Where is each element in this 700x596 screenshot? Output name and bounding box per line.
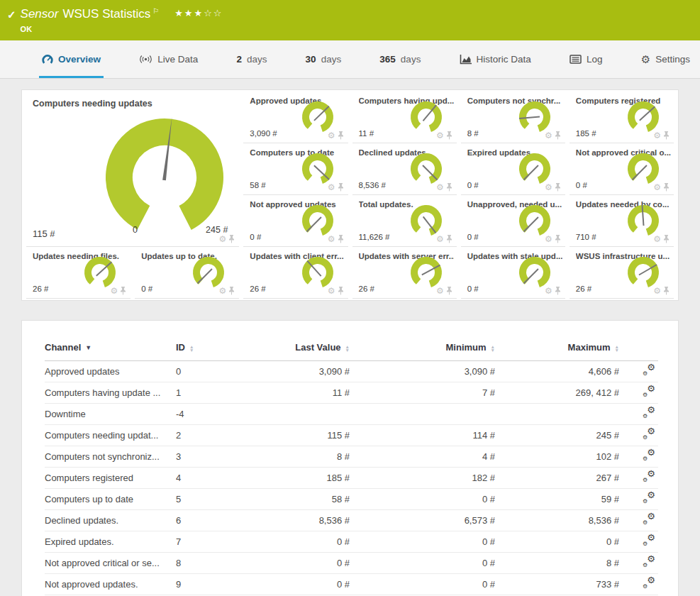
star-filled-icon[interactable]: ★ (174, 8, 184, 18)
gear-icon[interactable]: ⚙ (328, 235, 335, 243)
gear-icon[interactable]: ⚙ (653, 287, 661, 295)
column-header-maximum[interactable]: Maximum▲▼ (495, 336, 619, 361)
gear-icon[interactable]: ⚙ (545, 131, 552, 140)
column-header-label: ID (176, 342, 185, 353)
pin-icon[interactable] (338, 183, 344, 192)
primary-channel-gauge-cell[interactable]: Computers needing updates 0 245 # 115 # … (26, 92, 239, 247)
channel-gauge-cell[interactable]: Approved updates3,090 #⚙ (243, 92, 348, 143)
channel-gauge-cell[interactable]: Not approved critical o...0 #⚙ (570, 143, 674, 195)
pin-icon[interactable] (663, 235, 670, 243)
pin-icon[interactable] (446, 183, 452, 192)
channel-settings-gears-icon[interactable]: ⚙⚙ (643, 578, 655, 589)
table-row: Downtime-4⚙⚙ (45, 404, 658, 425)
gear-icon[interactable]: ⚙ (653, 183, 661, 192)
pin-icon[interactable] (446, 287, 452, 295)
tab-live-data[interactable]: Live Data (136, 40, 201, 78)
cell-max: 245 # (495, 425, 619, 446)
channel-settings-gears-icon[interactable]: ⚙⚙ (643, 386, 655, 397)
column-header-label: Minimum (446, 342, 487, 353)
column-header-last-value[interactable]: Last Value▲▼ (250, 336, 350, 361)
pin-icon[interactable] (663, 183, 670, 192)
pin-icon[interactable] (338, 235, 344, 243)
channel-gauge-cell[interactable]: Not approved updates0 #⚙ (243, 195, 348, 247)
channel-gauge-cell[interactable]: Computers up to date58 #⚙ (243, 143, 348, 195)
tab-2-days[interactable]: 2days (233, 40, 270, 78)
column-header-minimum[interactable]: Minimum▲▼ (350, 336, 495, 361)
channel-settings-gears-icon[interactable]: ⚙⚙ (643, 450, 655, 461)
gear-icon[interactable]: ⚙ (653, 235, 661, 243)
channel-gauge-cell[interactable]: Updates up to date.0 #⚙ (135, 247, 239, 299)
channel-gauge-cell[interactable]: Computers having upd...11 #⚙ (352, 92, 457, 143)
pin-icon[interactable] (555, 183, 561, 192)
column-header-channel[interactable]: Channel▼ (45, 336, 176, 361)
channel-gauge-value: 0 # (141, 285, 152, 293)
tab-30-days[interactable]: 30days (303, 40, 345, 78)
cell-channel: Declined updates. (45, 510, 176, 531)
historic-icon (460, 55, 472, 65)
gear-icon[interactable]: ⚙ (545, 287, 552, 295)
channel-gauge-cell[interactable]: Computers registered185 #⚙ (570, 92, 674, 143)
pin-icon[interactable] (663, 287, 670, 295)
channel-settings-gears-icon[interactable]: ⚙⚙ (643, 556, 655, 568)
gear-icon[interactable]: ⚙ (219, 235, 227, 243)
pin-icon[interactable] (228, 235, 235, 243)
pin-icon[interactable] (555, 235, 561, 243)
column-header-id[interactable]: ID▲▼ (176, 336, 250, 361)
tab-historic-data[interactable]: Historic Data (457, 40, 534, 78)
channel-gauge-cell[interactable]: WSUS infrastructure u...26 #⚙ (570, 247, 674, 299)
channel-gauge-cell[interactable]: Computers not synchr...8 #⚙ (461, 92, 565, 143)
gear-icon[interactable]: ⚙ (545, 235, 552, 243)
channel-settings-gears-icon[interactable]: ⚙⚙ (643, 514, 655, 525)
channel-gauge-cell[interactable]: Updates needed by co...710 #⚙ (570, 195, 674, 247)
sort-toggle-icon: ▲▼ (345, 345, 350, 352)
star-filled-icon[interactable]: ★ (194, 8, 204, 18)
gear-icon[interactable]: ⚙ (328, 131, 335, 140)
channel-gauge-cell[interactable]: Updates with client err...26 #⚙ (243, 247, 348, 299)
channel-gauge-cell[interactable]: Declined updates.8,536 #⚙ (352, 143, 457, 195)
tab-overview[interactable]: Overview (39, 40, 104, 78)
star-empty-icon[interactable]: ☆ (213, 8, 223, 18)
channel-gauge-cell[interactable]: Unapproved, needed u...0 #⚙ (461, 195, 565, 247)
pin-icon[interactable] (338, 131, 344, 140)
gear-icon[interactable]: ⚙ (436, 235, 444, 243)
priority-stars[interactable]: ★★★☆☆ (174, 6, 223, 20)
gear-icon[interactable]: ⚙ (545, 183, 552, 192)
tab-365-days[interactable]: 365days (377, 40, 423, 78)
cell-id: 7 (176, 531, 250, 553)
gear-icon[interactable]: ⚙ (110, 287, 118, 295)
gear-icon[interactable]: ⚙ (653, 131, 661, 140)
channel-settings-gears-icon[interactable]: ⚙⚙ (643, 492, 655, 504)
channel-gauge-value: 185 # (576, 129, 596, 138)
pin-icon[interactable] (555, 131, 561, 140)
gear-icon[interactable]: ⚙ (436, 131, 444, 140)
gear-icon[interactable]: ⚙ (436, 287, 444, 295)
gear-icon[interactable]: ⚙ (219, 287, 227, 295)
pin-icon[interactable] (228, 287, 235, 295)
channel-gauge-cell[interactable]: Expired updates.0 #⚙ (461, 143, 565, 195)
cell-min: 7 # (350, 382, 495, 404)
gear-icon[interactable]: ⚙ (436, 183, 444, 192)
pin-icon[interactable] (663, 131, 670, 140)
gear-icon[interactable]: ⚙ (328, 183, 335, 192)
channel-settings-gears-icon[interactable]: ⚙⚙ (643, 429, 655, 440)
channel-gauge-cell[interactable]: Updates needing files.26 #⚙ (26, 247, 130, 299)
pin-icon[interactable] (338, 287, 344, 295)
tab-label: Historic Data (477, 54, 531, 65)
pin-icon[interactable] (446, 235, 452, 243)
star-empty-icon[interactable]: ☆ (204, 8, 213, 18)
pin-icon[interactable] (555, 287, 561, 295)
tab-settings[interactable]: ⚙Settings (638, 40, 693, 78)
channel-settings-gears-icon[interactable]: ⚙⚙ (643, 535, 655, 546)
channel-settings-gears-icon[interactable]: ⚙⚙ (643, 365, 655, 376)
tab-log[interactable]: Log (567, 40, 606, 78)
channel-settings-gears-icon[interactable]: ⚙⚙ (643, 407, 655, 419)
gear-icon[interactable]: ⚙ (328, 287, 335, 295)
channel-gauge-cell[interactable]: Updates with stale upd...0 #⚙ (461, 247, 565, 299)
table-row: Computers registered4185 #182 #267 #⚙⚙ (45, 468, 658, 489)
channel-gauge-cell[interactable]: Total updates.11,626 #⚙ (352, 195, 457, 247)
channel-gauge-cell[interactable]: Updates with server err...26 #⚙ (352, 247, 457, 299)
star-filled-icon[interactable]: ★ (184, 8, 194, 18)
channel-settings-gears-icon[interactable]: ⚙⚙ (643, 471, 655, 482)
pin-icon[interactable] (446, 131, 452, 140)
pin-icon[interactable] (120, 287, 126, 295)
